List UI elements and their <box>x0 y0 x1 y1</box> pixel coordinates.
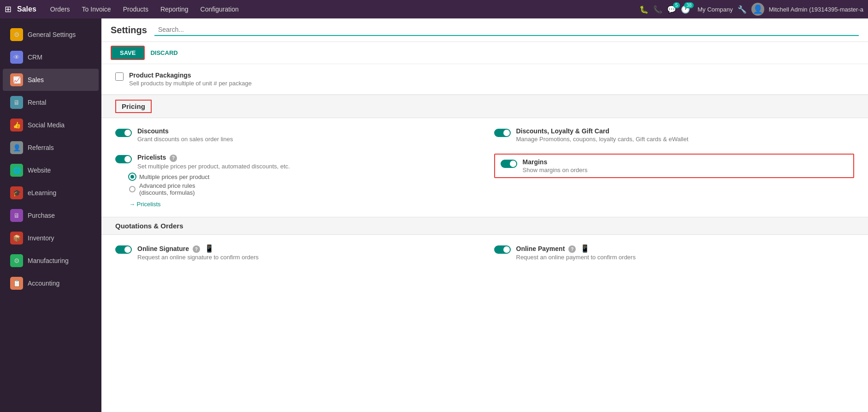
discounts-loyalty-desc: Manage Promotions, coupons, loyalty card… <box>516 136 855 143</box>
nav-orders[interactable]: Orders <box>46 4 75 15</box>
sidebar-item-purchase[interactable]: 🖥 Purchase <box>3 204 99 227</box>
pricelists-info: Pricelists ? Set multiple prices per pro… <box>137 154 476 170</box>
company-name: My Company <box>697 6 733 13</box>
pricelist-option-advanced[interactable]: Advanced price rules(discounts, formulas… <box>129 182 476 196</box>
online-signature-toggle[interactable] <box>115 245 132 254</box>
sidebar-item-accounting[interactable]: 📋 Accounting <box>3 272 99 294</box>
sidebar-item-website[interactable]: 🌐 Website <box>3 159 99 181</box>
pricelists-toggle[interactable] <box>115 155 132 163</box>
quotations-section-title: Quotations & Orders <box>115 222 183 230</box>
main-area: Settings SAVE DISCARD Product Packagings… <box>101 18 868 412</box>
settings-grid: Discounts Grant discounts on sales order… <box>115 127 854 208</box>
sidebar-item-social-media[interactable]: 👍 Social Media <box>3 114 99 136</box>
online-signature-help-icon[interactable]: ? <box>193 245 200 253</box>
search-input[interactable] <box>154 24 859 36</box>
phone-icon[interactable]: 📞 <box>653 5 662 14</box>
app-grid-icon[interactable]: ⊞ <box>5 4 12 14</box>
sidebar-item-general-settings[interactable]: ⚙ General Settings <box>3 24 99 46</box>
margins-info: Margins Show margins on orders <box>523 158 848 173</box>
sidebar-label-elearning: eLearning <box>28 189 56 197</box>
quotations-settings-body: Online Signature ? 📱 Request an online s… <box>101 235 868 270</box>
pricelists-column: Pricelists ? Set multiple prices per pro… <box>115 154 476 208</box>
clock-icon[interactable]: 🕐 38 <box>681 5 690 14</box>
online-payment-name: Online Payment ? 📱 <box>516 244 855 253</box>
pricelist-option-multiple[interactable]: Multiple prices per product <box>129 173 476 180</box>
discounts-name: Discounts <box>137 127 476 135</box>
user-avatar[interactable]: 👤 <box>751 3 764 16</box>
sidebar-label-rental: Rental <box>28 99 46 106</box>
online-payment-desc: Request an online payment to confirm ord… <box>516 254 855 261</box>
sidebar-item-referrals[interactable]: 👤 Referrals <box>3 137 99 159</box>
nav-products[interactable]: Products <box>118 4 153 15</box>
social-media-icon: 👍 <box>10 119 23 131</box>
discounts-setting: Discounts Grant discounts on sales order… <box>115 127 476 143</box>
toolbar: SAVE DISCARD <box>101 42 868 64</box>
option-advanced-label: Advanced price rules(discounts, formulas… <box>139 182 195 196</box>
accounting-icon: 📋 <box>10 277 23 290</box>
product-packagings-checkbox[interactable] <box>115 72 124 81</box>
nav-to-invoice[interactable]: To Invoice <box>77 4 116 15</box>
sidebar-item-sales[interactable]: 📈 Sales <box>3 69 99 91</box>
sidebar-label-accounting: Accounting <box>28 280 59 287</box>
general-settings-icon: ⚙ <box>10 28 23 41</box>
nav-reporting[interactable]: Reporting <box>156 4 193 15</box>
pricelists-link[interactable]: → Pricelists <box>129 201 476 208</box>
discounts-loyalty-toggle[interactable] <box>494 129 511 137</box>
quotations-section-header: Quotations & Orders <box>101 217 868 235</box>
sales-icon: 📈 <box>10 73 23 86</box>
sidebar: ⚙ General Settings 👁 CRM 📈 Sales 🖥 Renta… <box>0 18 101 412</box>
purchase-icon: 🖥 <box>10 209 23 222</box>
margins-desc: Show margins on orders <box>523 167 848 173</box>
main-layout: ⚙ General Settings 👁 CRM 📈 Sales 🖥 Renta… <box>0 18 868 412</box>
pricelists-desc: Set multiple prices per product, automat… <box>137 163 476 170</box>
online-payment-toggle[interactable] <box>494 245 511 254</box>
online-signature-name: Online Signature ? 📱 <box>137 244 476 253</box>
radio-multiple-prices[interactable] <box>129 173 136 180</box>
header-bar: Settings <box>101 18 868 42</box>
online-signature-setting: Online Signature ? 📱 Request an online s… <box>115 244 476 261</box>
radio-advanced-price[interactable] <box>129 186 136 192</box>
elearning-icon: 🎓 <box>10 186 23 199</box>
nav-icons: 🐛 📞 💬 5 🕐 38 My Company 🔧 👤 Mitchell Adm… <box>639 3 863 16</box>
settings-content: Product Packagings Sell products by mult… <box>101 64 868 270</box>
product-packagings-name: Product Packagings <box>129 72 854 79</box>
online-payment-mobile-icon: 📱 <box>580 245 590 252</box>
sidebar-item-elearning[interactable]: 🎓 eLearning <box>3 182 99 204</box>
sidebar-item-inventory[interactable]: 📦 Inventory <box>3 227 99 249</box>
inventory-icon: 📦 <box>10 232 23 245</box>
discounts-toggle[interactable] <box>115 129 132 137</box>
discard-button[interactable]: DISCARD <box>150 49 177 56</box>
bug-icon[interactable]: 🐛 <box>639 5 649 14</box>
option-multiple-label: Multiple prices per product <box>139 173 209 180</box>
sidebar-label-sales: Sales <box>28 76 44 84</box>
sidebar-item-rental[interactable]: 🖥 Rental <box>3 91 99 113</box>
app-name: Sales <box>17 5 36 13</box>
discounts-loyalty-setting: Discounts, Loyalty & Gift Card Manage Pr… <box>494 127 855 143</box>
clock-badge: 38 <box>684 2 694 8</box>
page-title: Settings <box>111 25 147 36</box>
save-button[interactable]: SAVE <box>111 46 145 60</box>
product-packagings-row: Product Packagings Sell products by mult… <box>101 64 868 95</box>
discounts-info: Discounts Grant discounts on sales order… <box>137 127 476 143</box>
sidebar-item-manufacturing[interactable]: ⚙ Manufacturing <box>3 250 99 272</box>
margins-toggle[interactable] <box>501 160 517 168</box>
pricelist-sub-options: Multiple prices per product Advanced pri… <box>129 173 476 196</box>
pricelists-name: Pricelists ? <box>137 154 476 162</box>
user-name: Mitchell Admin (19314395-master-a <box>769 6 863 13</box>
sidebar-label-referrals: Referrals <box>28 144 54 151</box>
wrench-icon[interactable]: 🔧 <box>738 5 747 14</box>
pricelists-setting: Pricelists ? Set multiple prices per pro… <box>115 154 476 170</box>
online-payment-help-icon[interactable]: ? <box>568 245 576 253</box>
product-packagings-info: Product Packagings Sell products by mult… <box>129 72 854 87</box>
sidebar-item-crm[interactable]: 👁 CRM <box>3 46 99 68</box>
online-signature-info: Online Signature ? 📱 Request an online s… <box>137 244 476 261</box>
sidebar-label-purchase: Purchase <box>28 212 55 219</box>
margins-name: Margins <box>523 158 848 166</box>
pricelists-help-icon[interactable]: ? <box>170 155 177 162</box>
discounts-loyalty-name: Discounts, Loyalty & Gift Card <box>516 127 855 135</box>
website-icon: 🌐 <box>10 164 23 177</box>
chat-icon[interactable]: 💬 5 <box>667 5 676 14</box>
nav-configuration[interactable]: Configuration <box>196 4 243 15</box>
sidebar-label-social-media: Social Media <box>28 121 65 129</box>
crm-icon: 👁 <box>10 51 23 64</box>
